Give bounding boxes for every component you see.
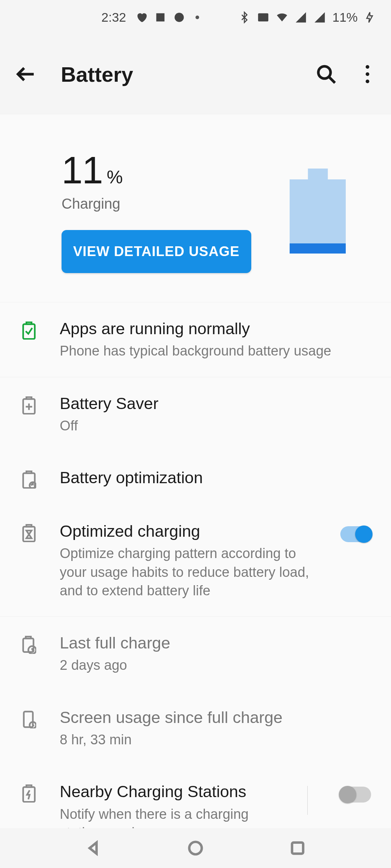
battery-check-icon	[20, 319, 38, 340]
svg-rect-0	[156, 13, 165, 21]
charging-bolt-icon	[364, 11, 377, 24]
apps-normal-title: Apps are running normally	[60, 319, 371, 339]
svg-rect-13	[26, 471, 31, 473]
bluetooth-icon	[238, 11, 251, 24]
wifi-icon	[276, 11, 288, 24]
signal-1-icon	[295, 11, 307, 24]
battery-bolt-icon	[20, 782, 38, 803]
svg-line-25	[33, 725, 34, 726]
nav-recent-icon[interactable]	[289, 840, 306, 856]
svg-rect-27	[26, 785, 31, 787]
battery-opt-title: Battery optimization	[60, 468, 371, 488]
battery-level-card: 11 % Charging VIEW DETAILED USAGE	[0, 114, 391, 302]
screen-usage-row: Screen usage since full charge 8 hr, 33 …	[0, 691, 391, 766]
svg-rect-33	[292, 843, 303, 854]
svg-rect-16	[26, 525, 31, 527]
battery-saver-row[interactable]: Battery Saver Off	[0, 377, 391, 452]
status-bar: 2:32 11%	[0, 0, 391, 34]
svg-rect-18	[26, 637, 31, 638]
opt-charging-title: Optimized charging	[60, 521, 319, 541]
app-header: Battery	[0, 34, 391, 114]
last-full-charge-row: Last full charge 2 days ago	[0, 616, 391, 691]
volte-icon	[257, 11, 269, 24]
back-icon[interactable]	[14, 64, 35, 85]
battery-opt-icon	[20, 468, 38, 489]
svg-rect-2	[258, 13, 268, 21]
screen-usage-title: Screen usage since full charge	[60, 707, 371, 728]
nearby-stations-toggle[interactable]	[340, 787, 371, 803]
dot-icon	[196, 16, 199, 19]
svg-point-32	[189, 842, 202, 855]
svg-line-21	[32, 650, 34, 652]
battery-percent-symbol: %	[107, 167, 123, 188]
phone-clock-icon	[20, 707, 38, 728]
svg-marker-31	[89, 843, 96, 854]
heart-icon	[135, 11, 148, 24]
last-full-sub: 2 days ago	[60, 656, 371, 675]
nav-home-icon[interactable]	[187, 840, 204, 856]
circle-icon	[173, 11, 185, 24]
nav-back-icon[interactable]	[85, 840, 102, 856]
status-battery-percent: 11%	[332, 10, 358, 25]
svg-point-1	[175, 13, 184, 22]
apps-normal-sub: Phone has typical background battery usa…	[60, 342, 371, 360]
overflow-menu-icon[interactable]	[358, 65, 377, 83]
nearby-stations-title: Nearby Charging Stations	[60, 782, 275, 802]
signal-2-icon	[314, 11, 326, 24]
battery-visual-icon	[290, 169, 346, 254]
svg-rect-9	[26, 397, 31, 399]
search-icon[interactable]	[316, 64, 337, 85]
battery-saver-title: Battery Saver	[60, 393, 371, 414]
svg-rect-7	[26, 322, 31, 324]
status-time: 2:32	[101, 10, 126, 25]
screen-usage-sub: 8 hr, 33 min	[60, 731, 371, 749]
opt-charging-sub: Optimize charging pattern according to y…	[60, 544, 319, 600]
row-divider	[307, 786, 308, 815]
optimized-charging-toggle[interactable]	[340, 526, 371, 542]
apps-running-normally-row[interactable]: Apps are running normally Phone has typi…	[0, 302, 391, 377]
svg-rect-22	[24, 711, 33, 727]
view-detailed-usage-button[interactable]: VIEW DETAILED USAGE	[62, 230, 251, 273]
optimized-charging-row[interactable]: Optimized charging Optimize charging pat…	[0, 505, 391, 616]
svg-line-5	[329, 77, 335, 83]
battery-clock-icon	[20, 633, 38, 654]
battery-percent-value: 11	[62, 149, 102, 192]
svg-point-4	[318, 66, 331, 78]
square-icon	[154, 11, 167, 24]
navigation-bar	[0, 828, 391, 868]
hourglass-battery-icon	[20, 521, 38, 542]
page-title: Battery	[61, 62, 294, 86]
battery-plus-icon	[20, 393, 38, 414]
battery-optimization-row[interactable]: Battery optimization	[0, 451, 391, 505]
last-full-title: Last full charge	[60, 633, 371, 653]
battery-saver-sub: Off	[60, 417, 371, 435]
charging-status: Charging	[62, 196, 120, 212]
